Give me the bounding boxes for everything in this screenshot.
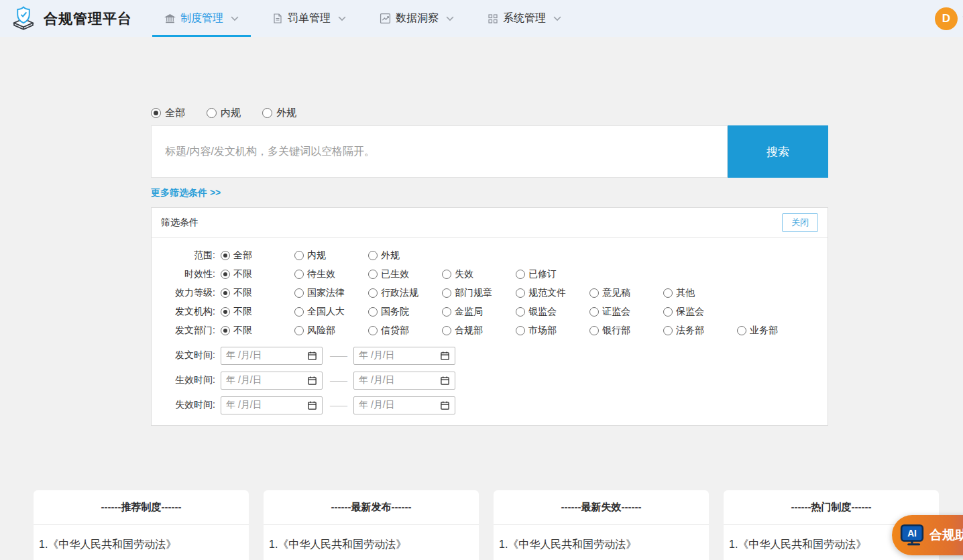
scope-radio-group: 全部内规外规 (151, 37, 828, 119)
chevron-down-icon (231, 16, 239, 21)
filter-row-label: 时效性: (152, 268, 215, 280)
radio-option-label: 外规 (276, 107, 296, 119)
radio-option-外规[interactable]: 外规 (368, 249, 442, 262)
date-input-start[interactable]: 年 /月/日 (221, 372, 323, 390)
radio-option-内规[interactable]: 内规 (207, 107, 241, 119)
radio-option-证监会[interactable]: 证监会 (589, 306, 663, 318)
policy-list-item[interactable]: 2.《中华人民共和国劳动合同法》 (729, 557, 933, 560)
radio-option-内规[interactable]: 内规 (294, 249, 368, 262)
close-filter-button[interactable]: 关闭 (782, 213, 818, 232)
date-input-end[interactable]: 年 /月/日 (353, 347, 455, 365)
filter-row-options: 不限国家法律行政法规部门规章规范文件意见稿其他 (221, 287, 828, 299)
policy-list-item[interactable]: 2.《中华人民共和国劳动合同法》 (39, 557, 243, 560)
radio-option-国务院[interactable]: 国务院 (368, 306, 442, 318)
radio-option-label: 已修订 (528, 268, 557, 280)
date-input-start[interactable]: 年 /月/日 (221, 347, 323, 365)
radio-option-label: 国家法律 (307, 287, 345, 299)
date-placeholder: 年 /月/日 (359, 399, 440, 411)
radio-option-国家法律[interactable]: 国家法律 (294, 287, 368, 299)
date-placeholder: 年 /月/日 (226, 374, 307, 386)
calendar-icon[interactable] (440, 376, 450, 386)
policy-list-item[interactable]: 1.《中华人民共和国劳动法》 (269, 533, 473, 557)
radio-option-不限[interactable]: 不限 (221, 287, 294, 299)
date-filter-row: 生效时间:年 /月/日——年 /月/日 (152, 371, 828, 390)
date-input-end[interactable]: 年 /月/日 (353, 372, 455, 390)
search-input[interactable] (151, 125, 728, 178)
radio-option-部门规章[interactable]: 部门规章 (442, 287, 516, 299)
radio-option-法务部[interactable]: 法务部 (663, 325, 737, 337)
radio-option-label: 合规部 (455, 325, 483, 337)
menu-item-系统管理[interactable]: 系统管理 (475, 0, 573, 37)
menu-item-制度管理[interactable]: 制度管理 (152, 0, 251, 37)
date-input-start[interactable]: 年 /月/日 (221, 396, 323, 414)
radio-option-失效[interactable]: 失效 (442, 268, 516, 280)
menu-item-罚单管理[interactable]: 罚单管理 (260, 0, 358, 37)
filter-row-label: 效力等级: (152, 287, 215, 299)
more-filters-link[interactable]: 更多筛选条件 >> (151, 187, 221, 199)
radio-option-label: 风险部 (307, 325, 335, 337)
date-filter-row: 失效时间:年 /月/日——年 /月/日 (152, 396, 828, 414)
search-bar: 搜索 (151, 125, 828, 178)
radio-option-信贷部[interactable]: 信贷部 (368, 325, 442, 337)
radio-option-银行部[interactable]: 银行部 (589, 325, 663, 337)
policy-list-item[interactable]: 1.《中华人民共和国劳动法》 (39, 533, 243, 557)
calendar-icon[interactable] (440, 351, 450, 361)
date-placeholder: 年 /月/日 (226, 399, 307, 411)
chevron-down-icon (553, 16, 561, 21)
menu-item-数据洞察[interactable]: 数据洞察 (367, 0, 466, 37)
radio-icon (516, 307, 525, 317)
radio-option-合规部[interactable]: 合规部 (442, 325, 516, 337)
filter-row: 范围:全部内规外规 (152, 246, 828, 265)
radio-option-label: 全部 (233, 249, 252, 262)
radio-option-不限[interactable]: 不限 (221, 306, 294, 318)
radio-option-外规[interactable]: 外规 (262, 107, 296, 119)
radio-option-不限[interactable]: 不限 (221, 268, 294, 280)
radio-option-行政法规[interactable]: 行政法规 (368, 287, 442, 299)
radio-option-全部[interactable]: 全部 (221, 249, 294, 262)
radio-icon (589, 326, 599, 335)
filter-row-label: 发文时间: (152, 349, 215, 361)
card-list: 1.《中华人民共和国劳动法》2.《中华人民共和国劳动合同法》 (264, 525, 479, 560)
chevron-down-icon (338, 16, 346, 21)
radio-option-市场部[interactable]: 市场部 (516, 325, 589, 337)
radio-option-已修订[interactable]: 已修订 (516, 268, 589, 280)
calendar-icon[interactable] (307, 400, 317, 410)
filter-row: 效力等级:不限国家法律行政法规部门规章规范文件意见稿其他 (152, 284, 828, 302)
radio-option-待生效[interactable]: 待生效 (294, 268, 368, 280)
radio-icon (442, 288, 451, 298)
user-avatar[interactable]: D (935, 7, 958, 30)
filter-row-options: 全部内规外规 (221, 249, 828, 262)
filter-panel-title: 筛选条件 (161, 217, 199, 229)
radio-option-保监会[interactable]: 保监会 (663, 306, 737, 318)
filter-row-label: 发文机构: (152, 306, 215, 318)
radio-icon (294, 307, 304, 317)
calendar-icon[interactable] (307, 351, 317, 361)
card-title: ------推荐制度------ (34, 490, 249, 525)
radio-option-银监会[interactable]: 银监会 (516, 306, 589, 318)
date-placeholder: 年 /月/日 (226, 349, 307, 361)
policy-list-item[interactable]: 2.《中华人民共和国劳动合同法》 (269, 557, 473, 560)
radio-option-意见稿[interactable]: 意见稿 (589, 287, 663, 299)
radio-option-金监局[interactable]: 金监局 (442, 306, 516, 318)
radio-option-全部[interactable]: 全部 (151, 107, 185, 119)
radio-option-其他[interactable]: 其他 (663, 287, 737, 299)
radio-option-规范文件[interactable]: 规范文件 (516, 287, 589, 299)
radio-option-风险部[interactable]: 风险部 (294, 325, 368, 337)
compliance-assistant-button[interactable]: AI 合规助手 (892, 515, 963, 555)
radio-option-业务部[interactable]: 业务部 (737, 325, 811, 337)
search-button[interactable]: 搜索 (728, 125, 828, 178)
calendar-icon[interactable] (307, 376, 317, 386)
brand: 合规管理平台 (9, 5, 132, 33)
radio-option-label: 失效 (455, 268, 473, 280)
calendar-icon[interactable] (440, 400, 450, 410)
radio-option-label: 不限 (233, 268, 252, 280)
radio-option-全国人大[interactable]: 全国人大 (294, 306, 368, 318)
radio-option-label: 法务部 (676, 325, 704, 337)
date-placeholder: 年 /月/日 (359, 374, 440, 386)
card-list: 1.《中华人民共和国劳动法》2.《中华人民共和国劳动合同法》 (34, 525, 249, 560)
radio-option-不限[interactable]: 不限 (221, 325, 294, 337)
date-input-end[interactable]: 年 /月/日 (353, 396, 455, 414)
policy-list-item[interactable]: 2.《中华人民共和国劳动合同法》 (499, 557, 703, 560)
radio-option-已生效[interactable]: 已生效 (368, 268, 442, 280)
policy-list-item[interactable]: 1.《中华人民共和国劳动法》 (499, 533, 703, 557)
